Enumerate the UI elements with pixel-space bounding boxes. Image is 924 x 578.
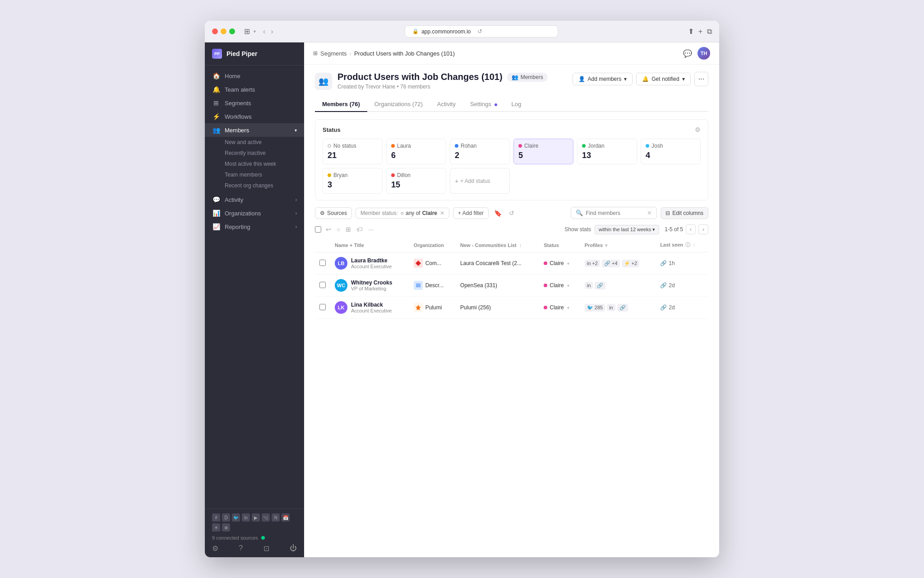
help-icon[interactable]: ? — [239, 544, 243, 553]
row-checkbox[interactable] — [319, 260, 326, 266]
add-filter-button[interactable]: + Add filter — [453, 207, 489, 219]
members-badge[interactable]: 👥 Members — [507, 73, 548, 82]
sidebar-item-organizations[interactable]: 📊 Organizations › — [205, 206, 304, 220]
more-options-button[interactable]: ··· — [694, 72, 708, 86]
breadcrumb-parent[interactable]: Segments — [320, 50, 347, 57]
topbar-right: 💬 TH — [683, 47, 710, 60]
tab-settings[interactable]: Settings — [463, 97, 504, 112]
sidebar-item-reporting[interactable]: 📈 Reporting › — [205, 220, 304, 233]
edit-columns-button[interactable]: ⊟ Edit columns — [661, 207, 708, 219]
sidebar-sub-recently-inactive[interactable]: Recently inactive — [205, 148, 304, 158]
share-icon[interactable]: ⬆ — [688, 27, 694, 36]
minimize-button[interactable] — [221, 28, 226, 34]
status-cell-bryan[interactable]: Bryan 3 — [323, 168, 383, 194]
segments-icon-sm: ⊞ — [313, 50, 318, 56]
user-avatar[interactable]: TH — [698, 47, 710, 60]
status-cell-claire[interactable]: Claire 5 — [513, 139, 573, 164]
status-cell-josh[interactable]: Josh 4 — [641, 139, 701, 164]
close-button[interactable] — [212, 28, 218, 34]
sidebar-toggle-icon[interactable]: ⊞ — [244, 27, 250, 36]
chat-icon[interactable]: 💬 — [683, 49, 692, 58]
settings-icon[interactable]: ⚙ — [212, 544, 218, 553]
member-avatar: WC — [335, 279, 347, 292]
stats-dropdown[interactable]: within the last 12 weeks ▾ — [595, 225, 659, 234]
status-cell-rohan[interactable]: Rohan 2 — [450, 139, 510, 164]
sidebar-item-team-alerts[interactable]: 🔔 Team alerts — [205, 83, 304, 96]
back-arrow-icon[interactable]: ‹ — [261, 27, 267, 37]
undo-icon[interactable]: ↩ — [325, 225, 332, 234]
th-name-title: Name + Title — [330, 238, 409, 252]
member-name[interactable]: Whitney Crooks — [351, 280, 392, 286]
apps-icon[interactable]: ⊡ — [263, 544, 269, 553]
member-name[interactable]: Laura Bradtke — [351, 257, 392, 264]
settings-gear-icon[interactable]: ⚙ — [695, 126, 701, 133]
status-dropdown-icon[interactable]: ▾ — [567, 261, 569, 266]
status-cell-no-status[interactable]: No status 21 — [323, 139, 383, 164]
get-notified-button[interactable]: 🔔 Get notified ▾ — [636, 73, 690, 85]
member-cell: LK Lina Kilback Account Executive — [330, 297, 409, 319]
status-dropdown-icon[interactable]: ▾ — [567, 305, 569, 310]
nav-organizations-label: Organizations — [225, 210, 261, 217]
forward-arrow-icon[interactable]: › — [269, 27, 275, 37]
sidebar-item-activity[interactable]: 💬 Activity › — [205, 193, 304, 206]
power-icon[interactable]: ⏻ — [290, 544, 297, 553]
tag-icon[interactable]: 🏷 — [356, 225, 364, 234]
tab-log[interactable]: Log — [504, 97, 529, 112]
profiles-dropdown-icon[interactable]: ▾ — [605, 243, 607, 248]
sidebar-bottom-actions: ⚙ ? ⊡ ⏻ — [212, 544, 297, 553]
row-checkbox[interactable] — [319, 282, 326, 288]
circle-action-icon[interactable]: ○ — [336, 225, 341, 234]
next-page-button[interactable]: › — [698, 224, 708, 234]
status-cell-dillon[interactable]: Dillon 15 — [386, 168, 446, 194]
status-dropdown-icon[interactable]: ▾ — [567, 283, 569, 288]
status-cell-jordan[interactable]: Jordan 13 — [577, 139, 637, 164]
maximize-button[interactable] — [229, 28, 235, 34]
reset-icon[interactable]: ↺ — [507, 208, 516, 219]
status-cell-laura[interactable]: Laura 6 — [386, 139, 446, 164]
org-name[interactable]: Descr... — [425, 282, 444, 289]
bookmark-icon[interactable]: 🔖 — [492, 208, 504, 219]
browser-controls: ⊞ ▾ ‹ › — [244, 27, 275, 37]
tab-members[interactable]: Members (76) — [315, 97, 367, 112]
sidebar-item-home[interactable]: 🏠 Home — [205, 69, 304, 83]
row-checkbox[interactable] — [319, 304, 326, 310]
sources-filter-button[interactable]: ⚙ Sources — [315, 207, 352, 219]
sidebar-item-workflows[interactable]: ⚡ Workflows — [205, 110, 304, 123]
reporting-icon: 📈 — [212, 223, 220, 230]
tab-activity[interactable]: Activity — [430, 97, 463, 112]
search-clear-icon[interactable]: ✕ — [647, 210, 652, 216]
topbar: ⊞ Segments › Product Users with Job Chan… — [304, 42, 719, 65]
address-bar[interactable]: 🔒 app.commonroom.io ↺ — [405, 25, 558, 37]
settings-dot — [494, 103, 497, 106]
refresh-icon[interactable]: ↺ — [477, 28, 482, 35]
select-all-checkbox[interactable] — [315, 226, 321, 233]
org-cell: Descr... — [409, 275, 456, 297]
sidebar-sub-team-members[interactable]: Team members — [205, 169, 304, 180]
tabs-icon[interactable]: ⧉ — [707, 28, 712, 36]
sidebar-sub-recent-org-changes[interactable]: Recent org changes — [205, 180, 304, 191]
grid-icon[interactable]: ⊞ — [345, 225, 352, 234]
communities-cell: OpenSea (331) — [456, 275, 539, 297]
org-name[interactable]: Com... — [425, 260, 441, 266]
sidebar-sub-new-and-active[interactable]: New and active — [205, 137, 304, 148]
connected-sources-label: 9 connected sources — [212, 535, 297, 541]
sidebar-item-members[interactable]: 👥 Members ▾ — [205, 123, 304, 137]
filter-close-icon[interactable]: ✕ — [440, 210, 444, 216]
add-status-cell[interactable]: + + Add status — [450, 168, 510, 194]
org-name[interactable]: Pulumi — [425, 304, 442, 311]
th-last-seen: Last seen ⓘ ↑ — [656, 238, 708, 252]
more-icon[interactable]: ··· — [367, 225, 374, 234]
add-members-button[interactable]: 👤 Add members ▾ — [573, 73, 633, 85]
nav-workflows-label: Workflows — [225, 113, 252, 120]
member-name[interactable]: Lina Kilback — [351, 302, 392, 308]
communities-cell: Pulumi (256) — [456, 297, 539, 319]
nav-members-label: Members — [225, 127, 249, 134]
tab-organizations[interactable]: Organizations (72) — [367, 97, 430, 112]
sidebar-sub-most-active[interactable]: Most active this week — [205, 158, 304, 169]
traffic-lights — [212, 28, 235, 34]
search-icon: 🔍 — [576, 210, 583, 216]
prev-page-button[interactable]: ‹ — [686, 224, 696, 234]
new-tab-icon[interactable]: + — [698, 28, 702, 36]
search-input[interactable] — [586, 210, 644, 216]
sidebar-item-segments[interactable]: ⊞ Segments — [205, 96, 304, 110]
